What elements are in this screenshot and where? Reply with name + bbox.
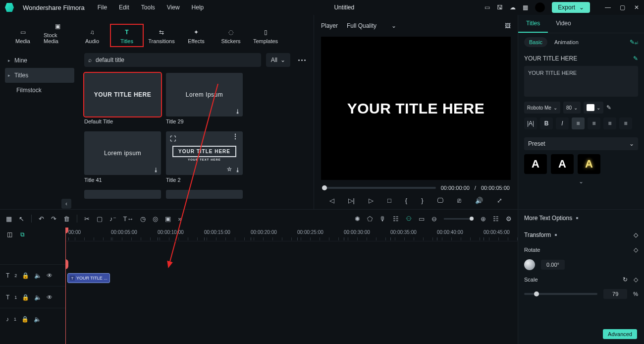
filter-select[interactable]: All⌄ (266, 53, 290, 67)
timeline-settings[interactable]: ⚙ (506, 215, 512, 223)
tab-stock-media[interactable]: ▣Stock Media (42, 19, 73, 46)
search-input[interactable]: ⌕ (84, 53, 261, 67)
mic-tool[interactable]: 🎙 (379, 215, 386, 223)
tab-audio[interactable]: ♫Audio (76, 25, 108, 46)
redo-button[interactable]: ↷ (51, 215, 56, 223)
ai-tool[interactable]: ✺ (355, 215, 360, 223)
keyframe-icon[interactable]: ◇ (634, 276, 638, 283)
align-justify-button[interactable]: ≡ (619, 117, 632, 129)
marker-tool[interactable]: ⬠ (367, 215, 373, 223)
align-left-button[interactable]: ≡ (572, 117, 585, 129)
fullscreen-icon[interactable]: ⤢ (497, 197, 502, 204)
eyedropper-icon[interactable]: ✎ (606, 104, 611, 111)
mixer-tool[interactable]: ☷ (393, 215, 399, 223)
italic-button[interactable]: I (556, 117, 569, 129)
timeline-area[interactable]: 00:00 00:00:05:00 00:00:10:00 00:00:15:0… (65, 228, 518, 344)
preset-dropdown[interactable]: Preset⌄ (524, 137, 638, 150)
inspector-tab-video[interactable]: Video (548, 15, 579, 33)
menu-tools[interactable]: Tools (141, 4, 155, 11)
tab-media[interactable]: ▭Media (7, 25, 39, 46)
menu-edit[interactable]: Edit (119, 4, 129, 11)
inspector-tab-titles[interactable]: Titles (518, 15, 548, 33)
eye-icon[interactable]: 👁 (47, 294, 53, 301)
tab-effects[interactable]: ✦Effects (180, 25, 212, 46)
display-button[interactable]: 🖵 (437, 197, 443, 204)
title-card-default[interactable]: YOUR TITLE HERE Default Title (84, 73, 161, 124)
play-button[interactable]: ▷ (369, 197, 374, 204)
thumb-title-2[interactable]: ⛶ ⋮ YOUR TITLE HERE YOUR TEXT HERE ☆ ⭳ (166, 131, 243, 175)
mute-icon[interactable]: 🔈 (34, 272, 42, 279)
tool-magnet[interactable]: ▦ (6, 215, 12, 223)
keyframe-icon[interactable]: ◇ (634, 246, 638, 253)
export-button[interactable]: Export⌄ (552, 2, 590, 13)
thumb-default-title[interactable]: YOUR TITLE HERE (84, 73, 161, 116)
preview-canvas[interactable]: YOUR TITLE HERE (321, 37, 511, 180)
track-head-a1[interactable]: ♪1 🔒 🔈 (0, 308, 65, 330)
screen-icon[interactable]: ▭ (484, 4, 490, 11)
cut-button[interactable]: ✂ (84, 215, 90, 223)
align-center-button[interactable]: ≡ (588, 117, 600, 129)
undo-button[interactable]: ↶ (39, 215, 44, 223)
volume-icon[interactable]: 🔊 (475, 197, 483, 204)
split-tool[interactable]: ⦵ (406, 215, 412, 223)
title-card-41[interactable]: Lorem ipsum⭳ Title 41 (84, 131, 161, 183)
download-icon[interactable]: ⭳ (154, 167, 159, 172)
download-icon[interactable]: ⭳ (235, 109, 241, 114)
zoom-in[interactable]: ⊕ (481, 215, 486, 223)
font-size-select[interactable]: 80⌄ (563, 102, 581, 114)
advanced-button[interactable]: Advanced (603, 329, 637, 339)
link-icon[interactable]: ⧉ (20, 231, 25, 238)
star-icon[interactable]: ☆ (227, 166, 232, 172)
cloud-icon[interactable]: ☁ (510, 4, 516, 11)
rotate-value[interactable]: 0.00° (541, 260, 565, 270)
thumb-title-41[interactable]: Lorem ipsum⭳ (84, 131, 161, 175)
mute-icon[interactable]: 🔈 (34, 316, 41, 323)
tab-stickers[interactable]: ◌Stickers (215, 25, 247, 46)
bold-button[interactable]: B (540, 117, 553, 129)
maximize-button[interactable]: ▢ (620, 4, 625, 11)
collapse-sidebar-button[interactable]: ‹ (61, 199, 71, 209)
tab-transitions[interactable]: ⇆Transitions (146, 25, 177, 46)
lock-icon[interactable]: 🔒 (22, 294, 29, 301)
sidebar-item-titles[interactable]: ▸Titles (5, 68, 74, 83)
mark-in-button[interactable]: { (405, 197, 407, 204)
stop-button[interactable]: □ (387, 197, 391, 204)
text-tool[interactable]: T↔ (123, 215, 134, 223)
transform-header[interactable]: Transform◇ (518, 227, 644, 243)
save-icon[interactable]: 🖫 (497, 4, 503, 11)
search-field[interactable] (96, 57, 257, 63)
title-clip[interactable]: T YOUR TITLE ... (67, 273, 110, 283)
rotate-knob[interactable] (524, 259, 535, 270)
preset-a3[interactable]: A (578, 154, 600, 174)
lock-icon[interactable]: 🔒 (21, 316, 29, 323)
title-card-2[interactable]: ⛶ ⋮ YOUR TITLE HERE YOUR TEXT HERE ☆ ⭳ T… (166, 131, 243, 183)
preset-a1[interactable]: A (524, 154, 547, 174)
reset-icon[interactable]: ↻ (623, 276, 628, 283)
more-icon[interactable]: ⋮ (232, 135, 239, 137)
track-head-t2[interactable]: T2 🔒 🔈 👁 (0, 264, 65, 286)
download-icon[interactable]: ⭳ (235, 167, 241, 172)
playhead[interactable] (65, 228, 66, 344)
spacing-button[interactable]: |A| (524, 117, 537, 129)
scale-slider[interactable] (524, 293, 597, 295)
camera-icon[interactable]: ⎚ (457, 197, 461, 204)
zoom-out[interactable]: ⊖ (431, 215, 437, 223)
prev-button[interactable]: ◁ (329, 197, 334, 204)
mark-out-button[interactable]: } (421, 197, 423, 204)
lock-all-icon[interactable]: ◫ (7, 231, 12, 238)
thumb-title-29[interactable]: Lorem Ipsum⭳ (166, 73, 243, 116)
sidebar-item-mine[interactable]: ▸Mine (5, 53, 74, 68)
menu-view[interactable]: View (167, 4, 180, 11)
more-options-button[interactable] (295, 59, 309, 61)
time-ruler[interactable]: 00:00 00:00:05:00 00:00:10:00 00:00:15:0… (65, 228, 518, 241)
expand-presets[interactable]: ⌄ (518, 178, 644, 187)
keyframe-icon[interactable]: ◇ (634, 231, 638, 238)
apps-icon[interactable]: ▦ (523, 4, 528, 11)
tab-templates[interactable]: ▯Templates (250, 25, 281, 46)
zoom-slider[interactable] (444, 218, 474, 220)
font-select[interactable]: Roboto Me⌄ (524, 102, 560, 114)
render-tool[interactable]: ▭ (419, 215, 425, 223)
delete-button[interactable]: 🗑 (63, 215, 70, 223)
color-button[interactable]: ◎ (153, 215, 158, 223)
crop-button[interactable]: ▢ (97, 215, 103, 223)
